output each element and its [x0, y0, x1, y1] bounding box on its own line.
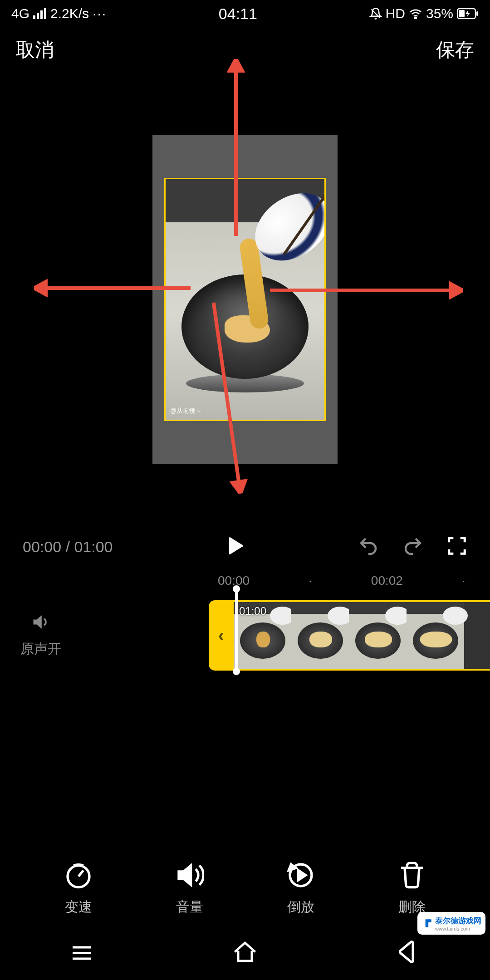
status-bar: 4G 2.2K/s ··· 04:11 HD 35% [0, 0, 490, 27]
fullscreen-button[interactable] [446, 535, 467, 558]
speed-label: 2.2K/s [50, 6, 89, 21]
volume-icon [175, 861, 204, 890]
watermark: @从前慢～ [170, 407, 202, 415]
hd-label: HD [386, 6, 405, 21]
reverse-icon [286, 861, 315, 890]
clip-thumb [407, 602, 464, 669]
status-right: HD 35% [369, 6, 479, 21]
svg-rect-0 [33, 15, 35, 19]
logo-icon [421, 917, 433, 929]
clip-thumb [291, 602, 349, 669]
dnd-icon [369, 7, 382, 20]
svg-marker-15 [451, 284, 463, 297]
chevron-left-icon: ‹ [218, 625, 224, 646]
original-sound-toggle[interactable]: 原声开 [0, 612, 82, 658]
badge-text: 泰尔德游戏网 [435, 916, 481, 926]
ruler-mark: 00:02 [371, 573, 403, 588]
nav-recents[interactable] [68, 938, 95, 967]
speed-icon [64, 861, 93, 890]
redo-icon [402, 535, 424, 557]
svg-marker-11 [232, 481, 246, 495]
speed-button[interactable]: 变速 [64, 861, 93, 916]
volume-button[interactable]: 音量 [175, 861, 204, 916]
svg-rect-2 [40, 10, 43, 19]
crop-selection[interactable]: @从前慢～ [164, 178, 326, 421]
playback-bar: 00:00 / 01:00 [0, 526, 490, 567]
play-button[interactable] [225, 535, 245, 558]
svg-marker-13 [34, 282, 46, 294]
svg-rect-1 [37, 13, 39, 19]
system-nav-bar [0, 926, 490, 980]
clip-track[interactable]: 01:00 [234, 600, 490, 671]
svg-rect-6 [459, 10, 465, 17]
more-dots-icon: ··· [93, 6, 107, 21]
undo-icon [358, 535, 379, 557]
playhead[interactable] [235, 587, 238, 673]
video-frame: @从前慢～ [166, 179, 324, 420]
ruler-dot: · [309, 573, 312, 588]
time-ruler: 00:00 · 00:02 · [0, 567, 490, 594]
network-label: 4G [11, 6, 29, 21]
top-bar: 取消 保存 [0, 27, 490, 73]
tool-label: 音量 [176, 898, 203, 916]
badge-sub: www.tairds.com [435, 926, 481, 931]
nav-back[interactable] [395, 938, 422, 967]
svg-point-4 [415, 17, 416, 19]
delete-button[interactable]: 删除 [397, 861, 426, 916]
play-icon [225, 535, 245, 556]
signal-icon [33, 8, 47, 19]
arrow-up-icon [227, 59, 245, 240]
menu-icon [68, 938, 95, 965]
battery-label: 35% [426, 6, 453, 21]
reverse-button[interactable]: 倒放 [286, 861, 315, 916]
battery-icon [457, 8, 479, 19]
fullscreen-icon [446, 535, 467, 556]
clip-thumb [349, 602, 407, 669]
site-badge: 泰尔德游戏网 www.tairds.com [417, 912, 485, 935]
svg-rect-7 [476, 11, 478, 16]
sound-label: 原声开 [0, 640, 82, 658]
arrow-left-icon [34, 279, 193, 297]
trash-icon [397, 861, 426, 890]
save-button[interactable]: 保存 [436, 37, 474, 63]
timeline[interactable]: 原声开 ‹ 01:00 [0, 594, 490, 676]
clip-duration: 01:00 [239, 605, 266, 617]
tool-label: 倒放 [287, 898, 314, 916]
undo-button[interactable] [358, 535, 379, 559]
cancel-button[interactable]: 取消 [16, 37, 54, 63]
back-icon [395, 938, 422, 965]
wifi-icon [409, 8, 422, 19]
redo-button[interactable] [402, 535, 424, 559]
svg-rect-3 [44, 8, 46, 19]
svg-marker-9 [230, 59, 242, 71]
clip-left-handle[interactable]: ‹ [209, 600, 234, 671]
canvas-box: @从前慢～ [152, 135, 338, 464]
preview-area[interactable]: @从前慢～ [0, 73, 490, 526]
bottom-tools: 变速 音量 倒放 删除 [0, 861, 490, 916]
ruler-dot: · [462, 573, 466, 588]
home-icon [231, 938, 259, 965]
status-time: 04:11 [219, 5, 257, 23]
arrow-right-icon [268, 281, 463, 299]
tool-label: 变速 [65, 898, 92, 916]
time-display: 00:00 / 01:00 [23, 538, 113, 556]
speaker-icon [31, 612, 51, 632]
status-left: 4G 2.2K/s ··· [11, 6, 107, 21]
nav-home[interactable] [231, 938, 259, 967]
